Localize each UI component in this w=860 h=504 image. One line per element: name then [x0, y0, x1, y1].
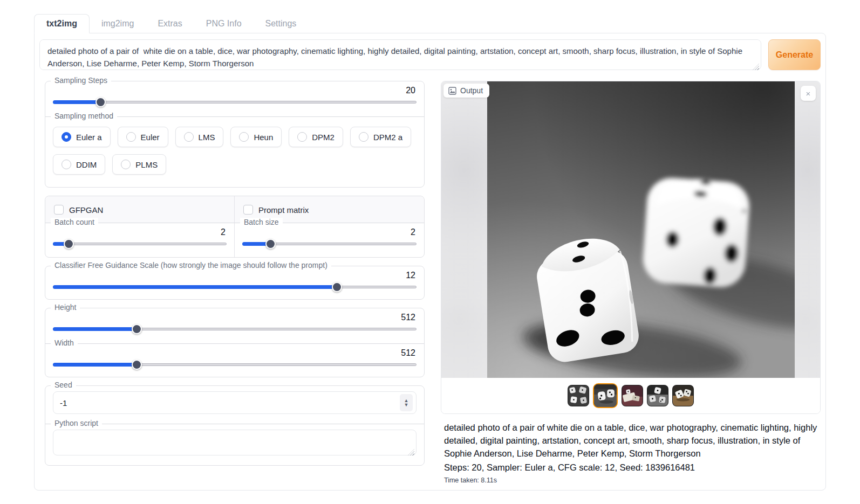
gallery-thumb-4[interactable]: [647, 385, 668, 406]
prompt-row: detailed photo of a pair of white die on…: [39, 39, 821, 72]
batch-size-section: Batch size 2: [235, 223, 424, 257]
settings-column: Sampling Steps 20 Sampling method Euler …: [45, 81, 425, 474]
slider-thumb[interactable]: [95, 97, 106, 107]
radio-icon: [239, 132, 249, 142]
batch-count-slider[interactable]: [53, 239, 227, 248]
height-label: Height: [51, 303, 80, 312]
seed-section: Seed ▲ ▼: [45, 386, 424, 422]
sampling-method-option-euler[interactable]: Euler: [118, 127, 168, 147]
tab-bar: txt2imgimg2imgExtrasPNG InfoSettings: [34, 13, 826, 33]
tab-extras[interactable]: Extras: [146, 15, 194, 33]
sampling-method-label: Sampling method: [51, 112, 117, 120]
slider-thumb[interactable]: [332, 282, 342, 292]
batch-size-label: Batch size: [240, 218, 283, 226]
width-section: Width 512: [45, 343, 424, 377]
cfg-value: 12: [53, 271, 415, 280]
app-container: txt2imgimg2imgExtrasPNG InfoSettings det…: [34, 13, 826, 491]
seed-input[interactable]: [60, 398, 400, 408]
cfg-slider[interactable]: [53, 282, 417, 292]
gallery-thumb-1[interactable]: [568, 385, 589, 406]
prompt-matrix-label: Prompt matrix: [258, 205, 309, 215]
sampling-method-option-dpm2[interactable]: DPM2: [289, 127, 343, 147]
output-caption: detailed photo of a pair of white die on…: [444, 422, 820, 484]
image-blur-edge: [441, 81, 487, 378]
cfg-group: Classifier Free Guidance Scale (how stro…: [45, 266, 425, 300]
tab-img2img[interactable]: img2img: [90, 15, 146, 33]
sampling-method-option-plms[interactable]: PLMS: [112, 154, 166, 175]
slider-thumb[interactable]: [265, 239, 276, 249]
radio-icon: [126, 132, 136, 142]
radio-icon: [62, 160, 71, 169]
cfg-section: Classifier Free Guidance Scale (how stro…: [45, 266, 424, 299]
tab-settings[interactable]: Settings: [254, 15, 309, 33]
caption-prompt: detailed photo of a pair of white die on…: [444, 422, 820, 460]
height-section: Height 512: [45, 308, 424, 341]
radio-icon: [62, 132, 71, 142]
batch-size-value: 2: [242, 227, 415, 237]
output-column: Output ×: [441, 81, 821, 484]
sampling-method-option-euler-a[interactable]: Euler a: [53, 127, 111, 147]
gallery-thumb-2[interactable]: [593, 383, 618, 408]
sampling-method-section: Sampling method Euler aEulerLMSHeunDPM2D…: [45, 116, 424, 187]
number-stepper[interactable]: ▲ ▼: [400, 394, 413, 411]
sampling-method-options: Euler aEulerLMSHeunDPM2DPM2 aDDIMPLMS: [53, 127, 417, 175]
output-image[interactable]: [487, 81, 795, 378]
seed-script-group: Seed ▲ ▼ Python script: [45, 385, 425, 466]
tab-content: detailed photo of a pair of white die on…: [34, 33, 826, 491]
height-value: 512: [53, 313, 415, 322]
batch-count-section: Batch count 2: [45, 223, 235, 257]
slider-thumb[interactable]: [64, 239, 74, 249]
caption-time-taken: Time taken: 8.11s: [444, 477, 820, 484]
sampling-steps-value: 20: [53, 86, 415, 95]
slider-thumb[interactable]: [132, 360, 142, 370]
output-gallery: Output ×: [441, 81, 821, 414]
caption-parameters: Steps: 20, Sampler: Euler a, CFG scale: …: [444, 461, 820, 474]
radio-icon: [184, 132, 194, 142]
sampling-method-option-heun[interactable]: Heun: [230, 127, 282, 147]
sampling-steps-slider[interactable]: [53, 97, 417, 107]
stepper-down-icon[interactable]: ▼: [404, 403, 409, 407]
sampling-steps-label: Sampling Steps: [51, 76, 111, 85]
width-value: 512: [53, 348, 415, 358]
width-label: Width: [51, 339, 78, 347]
gfpgan-label: GFPGAN: [69, 205, 103, 215]
batch-count-value: 2: [53, 227, 226, 237]
batch-group: GFPGAN Prompt matrix Batch count 2: [45, 196, 425, 258]
sampling-method-option-dpm2-a[interactable]: DPM2 a: [350, 127, 411, 147]
image-icon: [448, 87, 456, 95]
seed-label: Seed: [51, 381, 76, 389]
sampling-method-option-lms[interactable]: LMS: [175, 127, 224, 147]
tab-png-info[interactable]: PNG Info: [194, 15, 254, 33]
gallery-thumb-3[interactable]: [622, 385, 643, 406]
prompt-input[interactable]: detailed photo of a pair of white die on…: [39, 39, 761, 70]
gallery-thumb-5[interactable]: [672, 385, 694, 406]
sampling-steps-section: Sampling Steps 20: [45, 81, 424, 114]
python-script-label: Python script: [51, 419, 102, 427]
batch-count-label: Batch count: [51, 218, 98, 226]
slider-thumb[interactable]: [132, 324, 142, 334]
generate-button[interactable]: Generate: [768, 39, 821, 70]
radio-icon: [121, 160, 131, 169]
image-blur-edge: [795, 81, 820, 378]
sampling-group: Sampling Steps 20 Sampling method Euler …: [45, 81, 425, 188]
python-script-section: Python script: [45, 424, 424, 465]
batch-size-slider[interactable]: [242, 239, 417, 248]
selected-image-area[interactable]: [441, 81, 820, 378]
gfpgan-checkbox[interactable]: [54, 205, 64, 215]
prompt-matrix-checkbox[interactable]: [243, 205, 253, 215]
python-script-input[interactable]: [53, 430, 417, 455]
close-icon[interactable]: ×: [801, 86, 816, 101]
gallery-thumbnails: [441, 378, 820, 413]
cfg-label: Classifier Free Guidance Scale (how stro…: [51, 261, 331, 270]
radio-icon: [297, 132, 307, 142]
radio-icon: [359, 132, 368, 142]
tab-txt2img[interactable]: txt2img: [34, 14, 90, 33]
dimensions-group: Height 512 Width 512: [45, 308, 425, 377]
width-slider[interactable]: [53, 360, 417, 369]
height-slider[interactable]: [53, 324, 417, 334]
sampling-method-option-ddim[interactable]: DDIM: [53, 154, 105, 175]
output-panel-label: Output: [443, 84, 489, 98]
